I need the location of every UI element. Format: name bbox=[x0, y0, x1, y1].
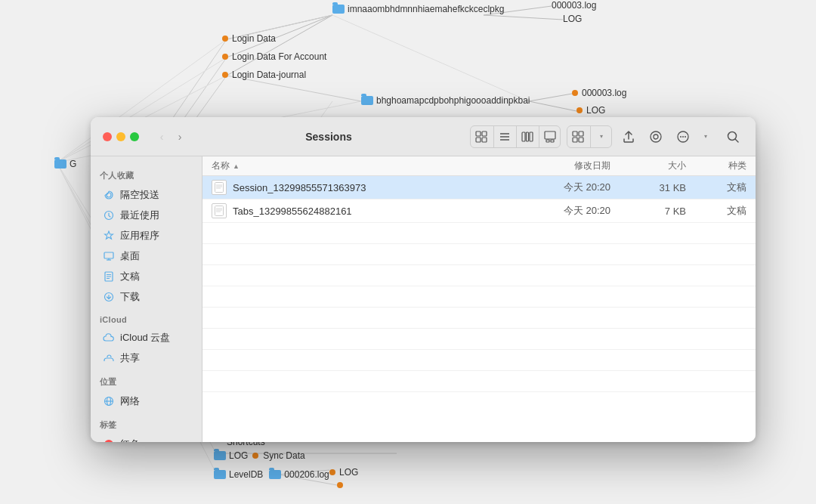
node-login-data-account: Login Data For Account bbox=[222, 51, 326, 62]
sidebar-item-icloud-drive[interactable]: iCloud 云盘 bbox=[94, 328, 199, 348]
more-options-button[interactable] bbox=[672, 126, 694, 147]
svg-rect-35 bbox=[546, 140, 549, 142]
folder-icon-site-char bbox=[214, 451, 226, 460]
sidebar-item-red-tag[interactable]: 红色 bbox=[94, 434, 199, 442]
sidebar-label-shared: 共享 bbox=[120, 351, 140, 365]
file-name-0: Session_13299855571363973 bbox=[233, 182, 366, 193]
desktop-icon bbox=[103, 250, 115, 262]
orange-dot-login-journal bbox=[222, 72, 228, 78]
network-icon bbox=[103, 395, 115, 407]
node-login-data-account-label: Login Data For Account bbox=[232, 51, 326, 62]
sidebar-item-documents[interactable]: 文稿 bbox=[94, 267, 199, 286]
sidebar-item-shared[interactable]: 共享 bbox=[94, 348, 199, 368]
svg-rect-26 bbox=[476, 138, 481, 142]
view-gallery-button[interactable] bbox=[539, 126, 560, 147]
svg-point-45 bbox=[682, 136, 684, 138]
file-icon-0 bbox=[212, 180, 227, 195]
node-imnaaomb: imnaaombhdmnnhiaemahefkckceclpkg bbox=[332, 4, 504, 14]
node-log2: LOG bbox=[563, 14, 582, 24]
empty-row-4 bbox=[202, 286, 756, 308]
more-chevron[interactable]: ▾ bbox=[695, 126, 716, 147]
svg-point-41 bbox=[651, 131, 661, 142]
view-list-button[interactable] bbox=[493, 126, 515, 147]
col-header-size[interactable]: 大小 bbox=[610, 159, 686, 172]
svg-rect-33 bbox=[530, 132, 533, 141]
folder-icon-g bbox=[54, 159, 66, 169]
recents-icon bbox=[103, 209, 115, 221]
empty-row-3 bbox=[202, 265, 756, 286]
view-columns-button[interactable] bbox=[516, 126, 537, 147]
file-icon-1 bbox=[212, 203, 227, 218]
forward-button[interactable]: › bbox=[172, 129, 187, 144]
col-header-kind[interactable]: 种类 bbox=[686, 159, 746, 172]
back-button[interactable]: ‹ bbox=[154, 129, 169, 144]
share-button[interactable] bbox=[618, 126, 639, 147]
sidebar-label-airdrop: 隔空投送 bbox=[120, 188, 159, 202]
sidebar-section-location: 位置 bbox=[91, 369, 202, 391]
folder-icon-bhg bbox=[361, 96, 373, 105]
view-more-button[interactable] bbox=[567, 126, 589, 147]
sidebar-item-airdrop[interactable]: 隔空投送 bbox=[94, 185, 199, 205]
sidebar-label-red: 红色 bbox=[120, 438, 140, 442]
finder-window: ‹ › Sessions bbox=[91, 117, 756, 442]
col-header-name[interactable]: 名称 ▲ bbox=[212, 159, 490, 172]
svg-rect-61 bbox=[215, 183, 224, 193]
sidebar-item-network[interactable]: 网络 bbox=[94, 391, 199, 411]
node-log4-label: LOG bbox=[586, 105, 605, 116]
close-button[interactable] bbox=[103, 132, 112, 141]
svg-point-44 bbox=[680, 136, 682, 138]
minimize-button[interactable] bbox=[116, 132, 125, 141]
col-header-date[interactable]: 修改日期 bbox=[490, 159, 610, 172]
empty-row-5 bbox=[202, 308, 756, 329]
svg-line-5 bbox=[529, 94, 572, 101]
svg-rect-24 bbox=[476, 131, 481, 136]
sidebar-item-recents[interactable]: 最近使用 bbox=[94, 206, 199, 225]
icloud-icon bbox=[103, 332, 115, 344]
node-site-char-log-label: Sync Data bbox=[263, 450, 304, 461]
file-size-0: 31 KB bbox=[610, 182, 686, 193]
search-button[interactable] bbox=[722, 126, 743, 147]
maximize-button[interactable] bbox=[130, 132, 139, 141]
sidebar-item-downloads[interactable]: 下载 bbox=[94, 287, 199, 307]
folder-icon-imnaaomb bbox=[332, 5, 345, 14]
folder-icon-sync-data bbox=[214, 470, 226, 479]
sidebar-label-desktop: 桌面 bbox=[120, 249, 140, 263]
sidebar-label-recents: 最近使用 bbox=[120, 209, 159, 222]
file-list: 名称 ▲ 修改日期 大小 种类 Sessi bbox=[202, 156, 756, 442]
sidebar-section-personal: 个人收藏 bbox=[91, 162, 202, 184]
orange-dot-login-data bbox=[222, 36, 228, 42]
sidebar-label-downloads: 下载 bbox=[120, 290, 140, 304]
file-row-0[interactable]: Session_13299855571363973 今天 20:20 31 KB… bbox=[202, 176, 756, 199]
folder-icon-leveldb bbox=[269, 470, 281, 479]
svg-line-22 bbox=[332, 15, 529, 101]
view-more-chevron[interactable]: ▾ bbox=[590, 126, 611, 147]
node-site-char: LOG Sync Data bbox=[214, 450, 305, 461]
orange-dot-5 bbox=[337, 482, 343, 488]
titlebar: ‹ › Sessions bbox=[91, 117, 756, 156]
sidebar-item-apps[interactable]: 应用程序 bbox=[94, 226, 199, 246]
node-leveldb-label: 000206.log bbox=[284, 469, 329, 480]
file-date-1: 今天 20:20 bbox=[490, 204, 610, 218]
orange-dot-log3 bbox=[572, 90, 578, 96]
nav-arrows: ‹ › bbox=[154, 129, 187, 144]
node-login-data-label: Login Data bbox=[232, 33, 276, 44]
toolbar-right: ▾ ▾ bbox=[470, 125, 743, 148]
sidebar: 个人收藏 隔空投送 最近使用 应用程序 bbox=[91, 156, 202, 442]
sidebar-item-desktop[interactable]: 桌面 bbox=[94, 246, 199, 266]
traffic-lights bbox=[103, 132, 139, 141]
view-grid-button[interactable] bbox=[471, 126, 492, 147]
svg-rect-36 bbox=[551, 140, 554, 142]
file-row-1[interactable]: Tabs_13299855624882161 今天 20:20 7 KB 文稿 bbox=[202, 199, 756, 223]
node-imnaaomb-label: imnaaombhdmnnhiaemahefkckceclpkg bbox=[348, 4, 504, 14]
orange-dot-login-account bbox=[222, 54, 228, 60]
svg-rect-39 bbox=[573, 138, 577, 142]
node-log206: LOG bbox=[329, 467, 358, 478]
file-size-1: 7 KB bbox=[610, 206, 686, 217]
tag-button[interactable] bbox=[645, 126, 666, 147]
svg-rect-40 bbox=[579, 138, 583, 142]
node-log3-label: 000003.log bbox=[582, 88, 626, 98]
airdrop-icon bbox=[103, 189, 115, 201]
view-switcher bbox=[470, 125, 561, 148]
sidebar-section-icloud: iCloud bbox=[91, 308, 202, 327]
svg-rect-50 bbox=[104, 252, 113, 258]
